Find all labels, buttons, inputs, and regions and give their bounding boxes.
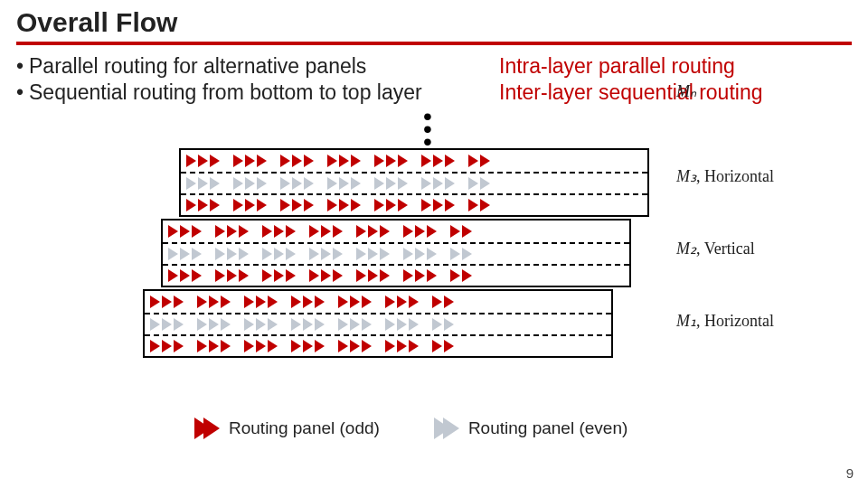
bullet-row: • Parallel routing for alternative panel… — [16, 54, 852, 79]
panel-odd — [163, 221, 629, 242]
label-m1: M₁, Horizontal — [676, 311, 774, 331]
page-title: Overall Flow — [16, 7, 852, 45]
label-mn: Mₙ — [676, 81, 696, 101]
panel-odd — [181, 193, 647, 215]
layer-m2 — [161, 219, 631, 287]
layer-m1 — [143, 289, 613, 358]
legend-even-label: Routing panel (even) — [468, 418, 627, 438]
legend: Routing panel (odd) Routing panel (even) — [194, 418, 627, 439]
legend-odd-label: Routing panel (odd) — [229, 418, 380, 438]
bullet-row: • Sequential routing from bottom to top … — [16, 80, 852, 105]
panel-odd — [145, 334, 611, 356]
layer-m3 — [179, 148, 649, 217]
bullet-tag: Inter-layer sequential routing — [499, 80, 763, 105]
panel-odd — [163, 264, 629, 286]
bullet-list: • Parallel routing for alternative panel… — [16, 54, 852, 105]
panel-odd — [181, 150, 647, 172]
chevron-red-icon — [194, 418, 220, 439]
label-m2: M₂, Vertical — [676, 239, 755, 258]
bullet-text: Sequential routing from bottom to top la… — [29, 80, 499, 105]
page-number: 9 — [846, 465, 854, 481]
panel-odd — [145, 291, 611, 313]
panel-even — [163, 242, 629, 264]
bullet-tag: Intra-layer parallel routing — [499, 54, 735, 79]
bullet-dot: • — [16, 80, 29, 105]
legend-odd: Routing panel (odd) — [194, 418, 380, 439]
layer-diagram: ••• Mₙ M₃, Horizontal — [16, 112, 852, 410]
bullet-dot: • — [16, 54, 29, 79]
layer-stack — [143, 148, 649, 383]
vertical-ellipsis-icon: ••• — [423, 112, 432, 150]
bullet-text: Parallel routing for alternative panels — [29, 54, 499, 79]
label-m3: M₃, Horizontal — [676, 166, 774, 186]
chevron-grey-icon — [434, 418, 459, 439]
legend-even: Routing panel (even) — [434, 418, 627, 439]
panel-even — [145, 313, 611, 334]
panel-even — [181, 172, 647, 193]
